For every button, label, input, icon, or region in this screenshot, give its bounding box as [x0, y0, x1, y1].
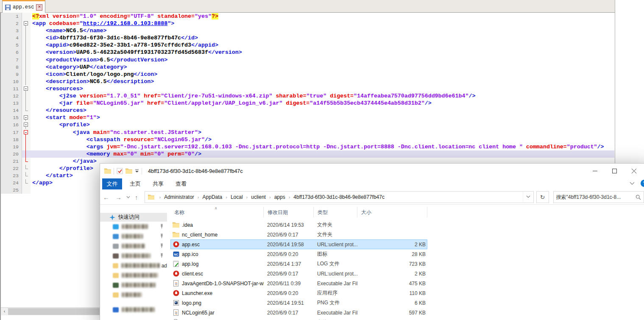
code-line[interactable]: 15 <start mode="1">: [1, 114, 614, 121]
code-text[interactable]: <description>NC6.5</description>: [31, 78, 614, 85]
code-line[interactable]: 14 </resources>: [1, 107, 614, 114]
maximize-button[interactable]: [605, 164, 624, 178]
sidebar-item-quick-access[interactable]: 快速访问: [100, 213, 167, 222]
fold-margin[interactable]: [22, 136, 31, 143]
code-line[interactable]: 18 <classpath resource="NCLogin65.jar"/>: [1, 136, 614, 143]
table-row[interactable]: stale_outputs_checked2020/6/9 22:01文件0 K…: [170, 317, 427, 320]
table-row[interactable]: JavaAgentDb-1.0-SNAPSHOT-jar-with...2020…: [170, 278, 427, 288]
table-row[interactable]: nc_client_home2020/6/9 0:17文件夹: [170, 230, 427, 239]
code-text[interactable]: <resources>: [31, 85, 614, 92]
folder-icon[interactable]: [104, 168, 111, 174]
code-line[interactable]: 13 <jar file="NCLogin65.jar" href="Clien…: [1, 100, 614, 107]
fold-margin[interactable]: [22, 172, 31, 179]
table-row[interactable]: .idea2020/6/14 19:53文件夹: [170, 220, 427, 230]
code-text[interactable]: <j2se version="1.7.0_51" href="Client/jr…: [31, 92, 614, 100]
refresh-icon[interactable]: ↻: [536, 191, 549, 203]
properties-check-icon[interactable]: [117, 168, 123, 174]
close-button[interactable]: [624, 164, 644, 178]
up-icon[interactable]: ↑: [132, 194, 141, 201]
fold-margin[interactable]: [22, 78, 31, 85]
fold-margin[interactable]: [22, 49, 31, 56]
fold-margin[interactable]: [22, 179, 31, 186]
fold-margin[interactable]: [22, 34, 31, 42]
fold-margin[interactable]: [22, 27, 31, 34]
sidebar-item[interactable]: [100, 305, 167, 314]
fold-margin[interactable]: [22, 143, 31, 150]
breadcrumb-segment[interactable]: AppData: [202, 194, 223, 200]
new-folder-icon[interactable]: [125, 168, 132, 174]
breadcrumb-segment[interactable]: apps: [273, 194, 286, 200]
code-text[interactable]: <category>UAP</category>: [31, 64, 614, 71]
fold-margin[interactable]: [22, 42, 31, 49]
column-header-size[interactable]: 大小: [357, 207, 427, 217]
fold-margin[interactable]: [22, 114, 31, 121]
code-text[interactable]: <version>UAP6.5-46232a5049ff1931703237fd…: [31, 49, 614, 56]
fold-margin[interactable]: [22, 92, 31, 100]
forward-icon[interactable]: →: [112, 194, 125, 201]
column-header-name[interactable]: 名称∧: [170, 207, 263, 217]
ribbon-tab-view[interactable]: 查看: [171, 178, 191, 189]
code-line[interactable]: 8 <category>UAP</category>: [1, 64, 614, 71]
code-line[interactable]: 4 <id>4bff173d-6f30-3d1c-8b46-9e8e877fb4…: [1, 34, 614, 42]
code-line[interactable]: 3 <name>NC6.5</name>: [1, 27, 614, 34]
code-line[interactable]: 11 <resources>: [1, 85, 614, 92]
code-line[interactable]: 12 <j2se version="1.7.0_51" href="Client…: [1, 92, 614, 100]
code-line[interactable]: 5 <appid>c96ed822-35e2-33b1-a778-1957cff…: [1, 42, 614, 49]
code-text[interactable]: <?xml version="1.0" encoding="UTF-8" sta…: [31, 13, 614, 20]
fold-margin[interactable]: [22, 56, 31, 64]
code-line[interactable]: 2<app codebase="http://192.168.0.103:888…: [1, 20, 614, 27]
fold-margin[interactable]: [22, 13, 31, 20]
breadcrumb-segment[interactable]: Local: [230, 194, 244, 200]
sidebar-item[interactable]: ad: [100, 261, 167, 270]
code-line[interactable]: 7 <productVersion>6.5</productVersion>: [1, 56, 614, 64]
editor-tab-app-esc[interactable]: app.esc ✕: [2, 0, 45, 13]
sidebar-item[interactable]: [100, 231, 167, 241]
ribbon-tab-share[interactable]: 共享: [148, 178, 168, 189]
code-text[interactable]: </resources>: [31, 107, 614, 114]
table-row[interactable]: NCLogin65.jar2020/6/9 0:17Executable Jar…: [170, 308, 427, 317]
code-text[interactable]: <app codebase="http://192.168.0.103:8888…: [31, 20, 614, 27]
fold-margin[interactable]: [22, 158, 31, 165]
code-text[interactable]: <java main="nc.starter.test.JStarter">: [31, 129, 614, 136]
fold-margin[interactable]: [22, 71, 31, 78]
fold-margin[interactable]: [22, 107, 31, 114]
tab-close-icon[interactable]: ✕: [36, 4, 42, 11]
code-line[interactable]: 10 <description>NC6.5</description>: [1, 78, 614, 85]
fold-margin[interactable]: [22, 100, 31, 107]
table-row[interactable]: app.log2020/6/14 1:37LOG 文件723 KB: [170, 259, 427, 269]
address-bar[interactable]: ›Administrator›AppData›Local›uclient›app…: [145, 191, 534, 203]
fold-margin[interactable]: [22, 165, 31, 172]
code-text[interactable]: <name>NC6.5</name>: [31, 27, 614, 34]
code-line[interactable]: 6 <version>UAP6.5-46232a5049ff1931703237…: [1, 49, 614, 56]
code-line[interactable]: 20 <memory max="0" min="0" perm="0"/>: [1, 150, 614, 158]
breadcrumb-segment[interactable]: uclient: [250, 194, 267, 200]
sidebar-item[interactable]: [100, 241, 167, 251]
code-text[interactable]: <jar file="NCLogin65.jar" href="Client/a…: [31, 100, 614, 107]
table-row[interactable]: logo.png2020/6/14 19:51PNG 文件6 KB: [170, 298, 427, 308]
table-row[interactable]: NCapp.ico2020/6/9 0:20图标28 KB: [170, 249, 427, 259]
code-line[interactable]: 16 <profile>: [1, 121, 614, 128]
code-text[interactable]: <icon>Client/logo/logo.png</icon>: [31, 71, 614, 78]
table-row[interactable]: app.esc2020/6/14 19:58URL:uclient prot..…: [170, 239, 427, 249]
fold-margin[interactable]: [22, 150, 31, 158]
code-text[interactable]: <start mode="1">: [31, 114, 614, 121]
code-text[interactable]: <memory max="0" min="0" perm="0"/>: [31, 150, 614, 158]
help-icon[interactable]: ?: [641, 180, 644, 187]
fold-margin[interactable]: [22, 20, 31, 27]
address-history-icon[interactable]: [523, 192, 533, 202]
sidebar-item[interactable]: [100, 280, 167, 290]
minimize-button[interactable]: [585, 164, 605, 178]
breadcrumb-segment[interactable]: Administrator: [163, 194, 195, 200]
fold-margin[interactable]: [22, 85, 31, 92]
ribbon-collapse-icon[interactable]: [630, 182, 635, 185]
code-text[interactable]: <id>4bff173d-6f30-3d1c-8b46-9e8e877fb47c…: [31, 34, 614, 42]
code-text[interactable]: <appid>c96ed822-35e2-33b1-a778-1957cffdc…: [31, 42, 614, 49]
ribbon-tab-home[interactable]: 主页: [125, 178, 145, 189]
code-text[interactable]: <productVersion>6.5</productVersion>: [31, 56, 614, 64]
sidebar-item[interactable]: [100, 222, 167, 231]
ribbon-tab-file[interactable]: 文件: [102, 178, 122, 189]
fold-margin[interactable]: [22, 121, 31, 128]
recent-locations-icon[interactable]: [125, 196, 132, 198]
code-text[interactable]: <profile>: [31, 121, 614, 128]
sidebar-item[interactable]: [100, 270, 167, 280]
